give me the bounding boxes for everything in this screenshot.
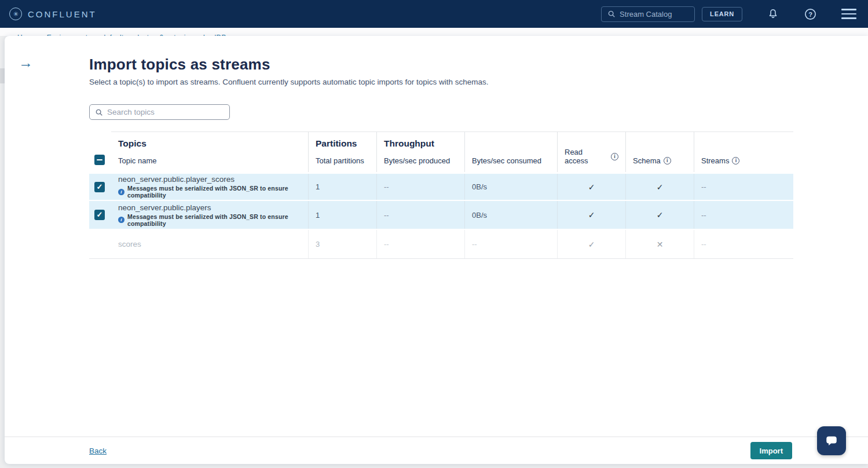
column-total-partitions: Total partitions bbox=[316, 156, 369, 165]
column-group-throughput: Throughput bbox=[384, 138, 457, 149]
row-checkbox[interactable] bbox=[94, 182, 105, 192]
brand-name: CONFLUENT bbox=[28, 9, 97, 19]
topic-name: neon_server.public.player_scores bbox=[118, 175, 235, 184]
column-read-access: Read access bbox=[565, 148, 618, 165]
page-title: Import topics as streams bbox=[89, 56, 868, 74]
stream-catalog-input[interactable] bbox=[620, 10, 683, 19]
chat-support-button[interactable] bbox=[817, 426, 846, 455]
total-partitions-value: 3 bbox=[316, 240, 320, 248]
streams-value: -- bbox=[701, 182, 706, 191]
search-topics-box[interactable] bbox=[89, 104, 230, 120]
svg-text:?: ? bbox=[808, 10, 812, 17]
column-group-partitions: Partitions bbox=[316, 138, 369, 149]
info-icon[interactable] bbox=[732, 157, 739, 164]
select-all-checkbox[interactable] bbox=[94, 155, 105, 165]
table-row: neon_server.public.player_scores Message… bbox=[89, 172, 793, 201]
notifications-bell-icon[interactable] bbox=[767, 8, 779, 20]
bytes-produced-value: -- bbox=[384, 182, 389, 191]
confluent-logo-icon: ✳ bbox=[9, 8, 22, 20]
table-row: neon_server.public.players Messages must… bbox=[89, 201, 793, 230]
info-icon bbox=[118, 217, 124, 223]
read-access-mark: ✓ bbox=[588, 240, 595, 249]
table-header: Topics Topic name Partitions Total parti… bbox=[89, 131, 793, 172]
column-topic-name: Topic name bbox=[118, 156, 301, 165]
column-group-topics: Topics bbox=[118, 138, 301, 149]
info-icon[interactable] bbox=[611, 153, 618, 160]
read-access-mark: ✓ bbox=[588, 182, 595, 192]
topics-table: Topics Topic name Partitions Total parti… bbox=[89, 131, 793, 259]
topic-note: Messages must be serialized with JSON_SR… bbox=[118, 185, 308, 199]
import-button[interactable]: Import bbox=[750, 442, 792, 459]
breadcrumb: Home Environments default cluster_0 topi… bbox=[0, 28, 868, 36]
background-page-sliver bbox=[0, 68, 5, 83]
top-navbar: ✳ CONFLUENT LEARN ? bbox=[0, 0, 868, 28]
help-icon[interactable]: ? bbox=[804, 8, 817, 21]
learn-button[interactable]: LEARN bbox=[702, 7, 742, 21]
topic-note-text: Messages must be serialized with JSON_SR… bbox=[127, 185, 308, 199]
bytes-consumed-value: 0B/s bbox=[472, 211, 487, 220]
hamburger-menu-icon[interactable] bbox=[841, 9, 856, 19]
back-link[interactable]: Back bbox=[89, 447, 107, 455]
collapse-panel-arrow-icon[interactable]: → bbox=[19, 56, 33, 70]
column-bytes-produced: Bytes/sec produced bbox=[384, 156, 457, 165]
search-icon bbox=[95, 108, 103, 116]
import-topics-panel: → Import topics as streams Select a topi… bbox=[5, 36, 868, 464]
streams-value: -- bbox=[701, 211, 706, 220]
streams-value: -- bbox=[701, 240, 706, 248]
bytes-produced-value: -- bbox=[384, 211, 389, 220]
confluent-logo[interactable]: ✳ CONFLUENT bbox=[9, 8, 97, 20]
chat-bubble-icon bbox=[823, 433, 840, 449]
search-icon bbox=[607, 10, 616, 18]
topic-note-text: Messages must be serialized with JSON_SR… bbox=[127, 213, 308, 227]
schema-mark: ✕ bbox=[657, 240, 664, 249]
total-partitions-value: 1 bbox=[316, 211, 320, 220]
page-subtitle: Select a topic(s) to import as streams. … bbox=[89, 78, 868, 86]
stream-catalog-search[interactable] bbox=[601, 6, 695, 22]
schema-mark: ✓ bbox=[657, 182, 664, 192]
topic-name: scores bbox=[118, 240, 141, 248]
column-streams: Streams bbox=[701, 156, 786, 165]
table-body: neon_server.public.player_scores Message… bbox=[89, 172, 793, 259]
bytes-produced-value: -- bbox=[384, 240, 389, 248]
total-partitions-value: 1 bbox=[316, 182, 320, 191]
info-icon bbox=[118, 189, 124, 195]
schema-mark: ✓ bbox=[657, 210, 664, 220]
column-schema: Schema bbox=[633, 156, 687, 165]
bytes-consumed-value: 0B/s bbox=[472, 182, 487, 191]
column-bytes-consumed: Bytes/sec consumed bbox=[472, 156, 550, 165]
search-topics-input[interactable] bbox=[107, 108, 217, 116]
panel-footer: Back Import bbox=[5, 436, 868, 464]
row-checkbox[interactable] bbox=[94, 210, 105, 220]
topic-note: Messages must be serialized with JSON_SR… bbox=[118, 213, 308, 227]
info-icon[interactable] bbox=[664, 157, 671, 164]
read-access-mark: ✓ bbox=[588, 210, 595, 220]
table-row: scores 3 -- -- ✓ ✕ -- bbox=[89, 230, 793, 259]
topic-name: neon_server.public.players bbox=[118, 203, 211, 212]
bytes-consumed-value: -- bbox=[472, 240, 477, 248]
